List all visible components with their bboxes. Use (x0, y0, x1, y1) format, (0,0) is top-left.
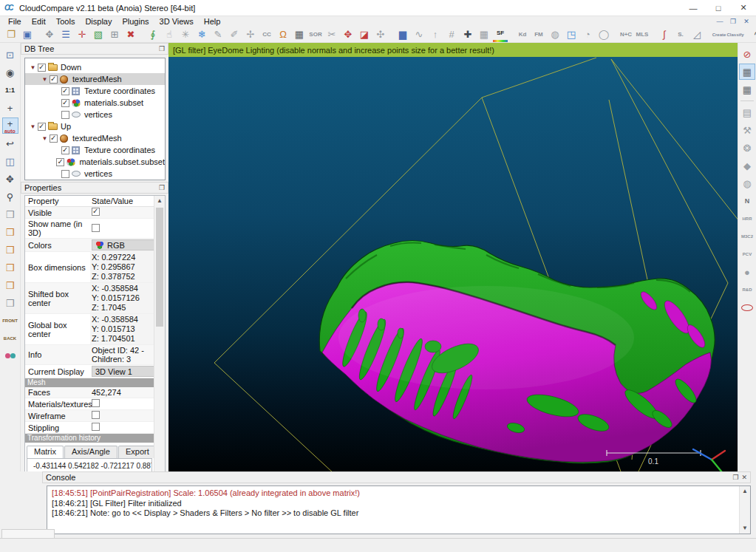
edl-filter-variant-button[interactable]: ▦ (739, 81, 755, 98)
close-panel-icon[interactable]: ✕ (741, 474, 747, 481)
property-value[interactable]: 3D View 1 (90, 365, 154, 378)
view-top-button[interactable]: ❒ (2, 206, 18, 222)
property-checkbox[interactable] (92, 411, 100, 419)
delete-button[interactable]: ✖ (123, 27, 138, 42)
stereo-mode-button[interactable] (2, 348, 18, 364)
property-value[interactable] (90, 207, 154, 218)
tree-item-texture-coordinates[interactable]: Texture coordinates (25, 85, 165, 97)
view-back-button[interactable]: ❒ (2, 259, 18, 276)
visibility-checkbox[interactable] (61, 146, 69, 154)
vscroll-track[interactable] (740, 497, 750, 523)
canupo-create-button[interactable]: Create (712, 27, 726, 42)
vscroll-track[interactable] (154, 206, 165, 504)
expand-arrow-icon[interactable]: ▼ (40, 76, 50, 83)
interactive-transformation-button[interactable]: ✥ (341, 27, 355, 42)
visibility-checkbox[interactable] (50, 75, 58, 84)
csv-matrix-button[interactable]: ◳ (564, 27, 579, 42)
qsphere-plugin-button[interactable]: ● (739, 264, 755, 280)
expand-arrow-icon[interactable]: ▼ (28, 123, 38, 130)
visibility-checkbox[interactable] (56, 158, 64, 166)
visibility-checkbox[interactable] (50, 134, 58, 143)
tab-export[interactable]: Export (118, 446, 154, 458)
view-iso-front-button[interactable]: FRONT (2, 313, 18, 329)
histogram-button[interactable]: ▆ (395, 27, 410, 42)
global-shift-button[interactable]: ✥ (42, 27, 57, 42)
apply-transformation-button[interactable]: ✛ (75, 27, 89, 42)
view-iso-back-button[interactable]: BACK (2, 330, 18, 347)
menu-plugins[interactable]: Plugins (117, 16, 154, 27)
property-value[interactable] (90, 223, 154, 234)
view-bottom-button[interactable]: ❒ (2, 295, 18, 311)
pan-view-button[interactable]: ✥ (2, 171, 18, 187)
property-value[interactable] (90, 398, 154, 409)
screenshot-camera-button[interactable]: ◉ (2, 64, 18, 81)
track-polyline-button[interactable]: ✢ (243, 27, 258, 42)
tree-item-texturedmesh[interactable]: ▼texturedMesh (25, 132, 165, 144)
tree-item-up[interactable]: ▼Up (25, 120, 165, 132)
pick-rotation-center-button[interactable]: + (2, 100, 18, 116)
segment-polyline-button[interactable]: ✐ (227, 27, 242, 42)
3d-viewport[interactable]: [GL filter] EyeDome Lighting (disable no… (168, 43, 738, 471)
sf-color-scale-button[interactable]: SF (493, 27, 508, 42)
no-gl-filter-button[interactable]: ⊘ (739, 46, 755, 62)
curvature-button[interactable]: ∿ (412, 27, 426, 42)
cross-section-button[interactable]: ◪ (357, 27, 372, 42)
compute-stats-button[interactable]: # (444, 27, 459, 42)
visibility-checkbox[interactable] (61, 87, 69, 95)
visibility-checkbox[interactable] (61, 99, 69, 107)
mdi-minimize-button[interactable]: — (713, 17, 726, 27)
property-checkbox[interactable] (92, 224, 100, 232)
facets-extraction-button[interactable]: ∫ (657, 27, 672, 42)
translate-boundaries-button[interactable]: ⊞ (107, 27, 122, 42)
sor-filter-button[interactable]: SOR (308, 27, 323, 42)
expand-arrow-icon[interactable]: ▼ (28, 64, 38, 71)
visibility-checkbox[interactable] (38, 64, 46, 72)
qm3c2-plugin-button[interactable]: M3C2 (739, 228, 755, 245)
sphere-partition-button[interactable]: ◔ (580, 27, 595, 42)
save-button[interactable]: ▣ (20, 27, 35, 42)
property-value[interactable] (90, 422, 154, 433)
mls-smoothing-button[interactable]: MLS (635, 27, 650, 42)
tree-item-down[interactable]: ▼Down (25, 61, 165, 73)
s-points-button[interactable]: S. (673, 27, 688, 42)
qnormals-plugin-button[interactable]: N (739, 193, 755, 209)
auto-pick-rotation-center-button[interactable]: +auto (2, 117, 18, 134)
property-checkbox[interactable] (92, 208, 100, 216)
tree-item-texturedmesh[interactable]: ▼texturedMesh (25, 73, 165, 85)
render-screen-button[interactable]: ⊡ (2, 47, 18, 63)
visibility-checkbox[interactable] (61, 170, 69, 178)
property-value[interactable]: RGB (90, 239, 154, 251)
scroll-up-icon[interactable]: ▲ (742, 486, 748, 497)
waveform-button[interactable]: ∿ (750, 27, 756, 42)
view-left-button[interactable]: ❒ (2, 242, 18, 258)
open-button[interactable]: ❐ (4, 27, 18, 42)
scissors-segment-button[interactable]: ✂ (324, 27, 339, 42)
match-scales-button[interactable]: ▦ (292, 27, 307, 42)
mdi-close-button[interactable]: ✕ (740, 17, 753, 27)
tree-item-vertices[interactable]: vertices (25, 109, 165, 120)
normals-and-curvature-button[interactable]: N+C (619, 27, 633, 42)
current-display-selector[interactable]: 3D View 1 (92, 366, 154, 377)
tab-axis-angle[interactable]: Axis/Angle (64, 446, 118, 458)
tree-item-materials-subset-subset[interactable]: materials.subset.subset (25, 156, 165, 168)
qcompass-plugin-button[interactable]: ❂ (739, 140, 755, 156)
menu-tools[interactable]: Tools (51, 16, 81, 27)
export-plane-button[interactable]: ◿ (689, 27, 704, 42)
float-panel-icon[interactable]: ❐ (159, 184, 165, 191)
view-front-button[interactable]: ❒ (2, 224, 18, 240)
tab-matrix[interactable]: Matrix (27, 446, 64, 458)
fast-marching-button[interactable]: FM (531, 27, 546, 42)
properties-list-button[interactable]: ☰ (58, 27, 73, 42)
align-bell-button[interactable]: Ω (276, 27, 290, 42)
3d-view-canvas[interactable]: 0.1 (168, 57, 738, 471)
menu-3d-views[interactable]: 3D Views (154, 16, 199, 27)
qsf-plugin-button[interactable]: ◍ (739, 175, 755, 191)
maximize-button[interactable]: □ (706, 0, 731, 16)
expand-arrow-icon[interactable]: ▼ (40, 135, 50, 142)
tree-item-texture-coordinates[interactable]: Texture coordinates (25, 144, 165, 156)
property-checkbox[interactable] (92, 399, 100, 407)
kd-tree-button[interactable]: Kd (515, 27, 530, 42)
properties-vscrollbar[interactable]: ▲ ▼ (154, 196, 165, 514)
qellipser-plugin-button[interactable] (739, 299, 755, 316)
point-picking-button[interactable]: ☝ (162, 27, 177, 42)
